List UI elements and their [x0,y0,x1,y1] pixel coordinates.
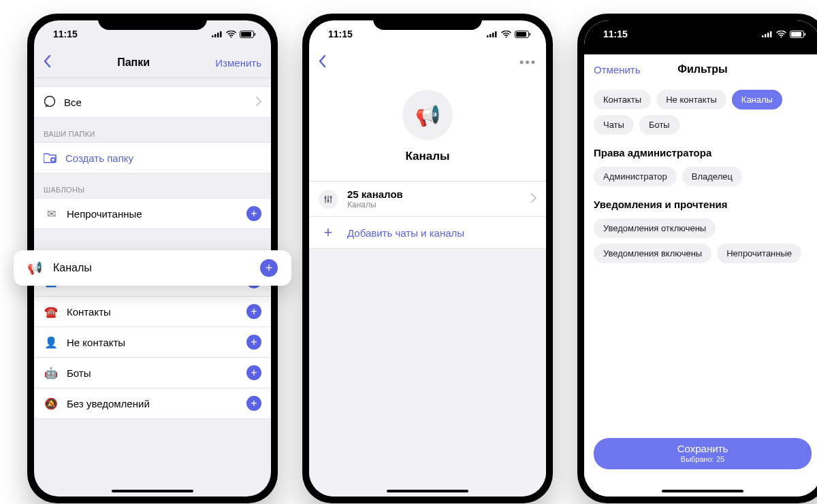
template-label: Без уведомлений [67,398,246,409]
chip-owner[interactable]: Владелец [682,167,742,186]
chip-unread[interactable]: Непрочитанные [717,243,801,263]
chip-contacts[interactable]: Контакты [594,90,651,110]
filter-group-notif: Уведомления отключены Уведомления включе… [594,218,812,263]
svg-rect-9 [487,35,489,37]
screen-filters: 11:15 Отменить Фильтры Контакты Не конта… [584,20,817,497]
megaphone-icon: 📢 [415,103,440,127]
chevron-right-icon [256,97,261,108]
svg-rect-2 [217,33,219,37]
filter-group-types: Контакты Не контакты Каналы Чаты Боты [594,90,812,135]
save-sublabel: Выбрано: 25 [681,455,724,464]
status-time: 11:15 [328,29,353,39]
row-title: 25 каналов [347,188,522,200]
template-unread[interactable]: ✉︎ Непрочитанные + [34,198,271,229]
create-folder-label: Создать папку [65,152,133,164]
svg-point-7 [45,96,55,106]
svg-rect-24 [791,32,801,37]
chip-channels[interactable]: Каналы [732,90,782,110]
template-label: Контакты [67,306,246,318]
add-icon[interactable]: + [246,396,261,411]
notch [373,14,482,30]
wifi-icon [776,31,786,38]
more-button[interactable]: ••• [519,56,536,70]
template-channels-highlight[interactable]: 📢 Каналы + [14,250,291,286]
chip-chats[interactable]: Чаты [594,115,634,135]
status-time: 11:15 [53,29,78,39]
svg-point-17 [327,199,329,201]
plus-icon: + [319,224,338,241]
row-channel-count[interactable]: 25 каналов Каналы [309,182,546,217]
save-label: Сохранить [677,443,728,455]
chevron-left-icon [44,54,52,68]
notch [98,14,207,30]
template-muted[interactable]: 🔕 Без уведомлений + [34,388,271,419]
template-label: Каналы [53,262,260,274]
phone-icon: ☎️ [44,305,59,318]
svg-rect-25 [805,33,806,35]
templates-list: ✉︎ Непрочитанные + 👤 Мои каналы + ☎️ Кон… [34,198,271,419]
row-all[interactable]: Все [34,86,271,118]
back-button[interactable] [44,54,52,71]
hero: 📢 Каналы [309,78,546,181]
wifi-icon [501,31,511,38]
template-label: Непрочитанные [67,208,246,220]
add-icon[interactable]: + [246,304,261,319]
svg-point-16 [324,197,326,199]
battery-icon [240,31,256,38]
home-indicator [662,490,743,492]
chip-bots[interactable]: Боты [639,115,679,135]
svg-rect-22 [770,31,772,37]
cancel-button[interactable]: Отменить [594,64,641,75]
chip-admin[interactable]: Администратор [594,167,677,186]
megaphone-icon: 📢 [27,261,44,275]
signal-icon [762,31,773,37]
group-admin-title: Права администратора [594,147,812,158]
status-time: 11:15 [603,29,628,39]
navbar: ••• [309,48,546,78]
svg-rect-20 [765,34,767,37]
wifi-icon [226,31,236,38]
folder-add-icon [44,151,57,165]
svg-rect-10 [490,34,492,37]
phone-3: 11:15 Отменить Фильтры Контакты Не конта… [577,14,817,503]
row-subtitle: Каналы [347,200,522,209]
chip-notif-off[interactable]: Уведомления отключены [594,218,716,238]
template-non-contacts[interactable]: 👤 Не контакты + [34,327,271,358]
chevron-right-icon [531,193,536,205]
svg-rect-21 [767,33,769,37]
mute-icon: 🔕 [44,397,59,410]
chip-notif-on[interactable]: Уведомления включены [594,243,711,263]
row-add-chats[interactable]: + Добавить чаты и каналы [309,217,546,248]
add-icon[interactable]: + [246,335,261,350]
add-icon[interactable]: + [246,365,261,380]
navbar: Папки Изменить [34,48,271,78]
add-icon[interactable]: + [246,206,261,221]
notch [648,14,757,30]
sliders-icon [319,190,338,209]
svg-rect-12 [495,31,497,37]
navbar: Отменить Фильтры [584,54,817,84]
template-bots[interactable]: 🤖 Боты + [34,358,271,388]
hero-title: Каналы [405,150,449,163]
battery-icon [515,31,531,38]
add-icon[interactable]: + [260,259,278,277]
template-label: Не контакты [67,337,246,348]
svg-rect-14 [516,32,526,37]
create-folder-button[interactable]: Создать папку [34,142,271,173]
filters-scroll: Контакты Не контакты Каналы Чаты Боты Пр… [584,84,817,497]
edit-button[interactable]: Изменить [215,57,261,69]
chip-noncontacts[interactable]: Не контакты [656,90,726,110]
back-button[interactable] [319,54,327,71]
section-your-folders: ВАШИ ПАПКИ [34,118,271,142]
signal-icon [487,31,498,37]
phone-2: 11:15 ••• 📢 Каналы [302,14,553,503]
chat-bubble-icon [44,95,56,110]
template-contacts[interactable]: ☎️ Контакты + [34,297,271,327]
svg-point-18 [330,196,332,198]
svg-rect-6 [255,33,256,35]
svg-rect-15 [530,33,531,35]
phone-1: 11:15 Папки Изменить Все [27,14,278,503]
person-silhouette-icon: 👤 [44,336,59,349]
svg-rect-5 [241,32,251,37]
save-button[interactable]: Сохранить Выбрано: 25 [594,438,812,469]
